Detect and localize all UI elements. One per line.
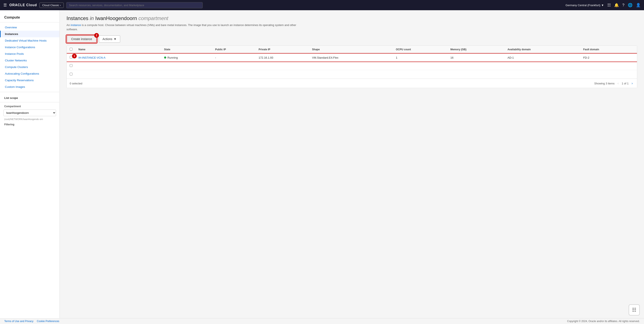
state-running-label: Running	[168, 56, 178, 59]
header-private-ip: Private IP	[256, 46, 309, 54]
sidebar: Compute Overview Instances Dedicated Vir…	[0, 10, 60, 324]
next-page-button[interactable]: ›	[630, 81, 634, 86]
header-public-ip: Public IP	[212, 46, 256, 54]
main-content: Instances in IwanHoogendoorn compartment…	[60, 10, 644, 324]
region-label: Germany Central (Frankfurt)	[566, 4, 600, 7]
sidebar-item-autoscaling-configurations[interactable]: Autoscaling Configurations	[0, 70, 60, 77]
instance-vcn-a-link[interactable]: IH-INSTANCE-VCN-A	[78, 56, 106, 59]
sidebar-item-instance-configurations[interactable]: Instance Configurations	[0, 44, 60, 50]
nav-right: Germany Central (Frankfurt) ▼ ☷ 🔔 ? 🌐 👤	[566, 3, 640, 8]
footer-links: Terms of Use and Privacy Cookie Preferen…	[4, 320, 59, 323]
row-1-checkbox-cell: 1	[67, 54, 76, 62]
header-name: Name	[76, 46, 161, 54]
page-description: An instance is a compute host. Choose be…	[66, 23, 301, 31]
row-3-checkbox[interactable]	[70, 73, 72, 76]
instances-table: Name State Public IP Private IP Shape OC…	[67, 46, 637, 79]
cloud-classic-button[interactable]: Cloud Classic ›	[40, 2, 64, 8]
create-instance-button[interactable]: Create instance	[66, 35, 97, 43]
terms-of-use-link[interactable]: Terms of Use and Privacy	[4, 320, 34, 323]
help-icon[interactable]: ?	[622, 3, 624, 8]
header-ocpu-count: OCPU count	[393, 46, 447, 54]
header-state: State	[161, 46, 212, 54]
instance-link[interactable]: instance	[71, 24, 81, 27]
row-1-private-ip: 172.16.1.93	[256, 54, 309, 62]
globe-icon[interactable]: 🌐	[628, 3, 632, 8]
page-header: Instances in IwanHoogendoorn compartment…	[66, 15, 637, 31]
prev-page-button[interactable]: ‹	[616, 81, 620, 86]
row-1-name: IH-INSTANCE-VCN-A	[76, 54, 161, 62]
page-info: 1 of 1	[622, 82, 629, 85]
create-instance-wrapper: Create instance 2	[66, 35, 97, 43]
select-all-checkbox[interactable]	[70, 48, 72, 50]
row-3-public-ip	[212, 70, 256, 79]
row-3-name	[76, 70, 161, 79]
row-3-fault-domain	[580, 70, 637, 79]
table-row	[67, 62, 637, 70]
row-2-checkbox[interactable]	[70, 64, 72, 67]
row-2-public-ip	[212, 62, 256, 70]
row-2-memory-gb	[447, 62, 504, 70]
compartment-path: (root)/NETWORK/IwanHoogendo orn	[0, 117, 60, 121]
row-3-availability-domain	[504, 70, 580, 79]
user-avatar[interactable]: 👤	[636, 3, 640, 8]
row-2-ocpu-count	[393, 62, 447, 70]
monitor-icon[interactable]: ☷	[607, 3, 611, 8]
bell-icon[interactable]: 🔔	[614, 3, 619, 8]
title-suffix: compartment	[138, 15, 168, 21]
sidebar-title: Compute	[0, 14, 60, 22]
list-scope-title: List scope	[0, 94, 60, 100]
row-2-fault-domain	[580, 62, 637, 70]
row-2-shape	[309, 62, 393, 70]
header-shape: Shape	[309, 46, 393, 54]
search-input[interactable]	[66, 2, 203, 8]
header-availability-domain: Availability domain	[504, 46, 580, 54]
page-title: Instances in IwanHoogendoorn compartment	[66, 15, 637, 21]
row-3-shape	[309, 70, 393, 79]
row-1-state: Running	[161, 54, 212, 62]
table-header-row: Name State Public IP Private IP Shape OC…	[67, 46, 637, 54]
region-dropdown-icon[interactable]: ▼	[601, 4, 604, 7]
actions-button[interactable]: Actions ▼	[99, 36, 120, 43]
sidebar-item-cluster-networks[interactable]: Cluster Networks	[0, 57, 60, 64]
actions-dropdown-icon: ▼	[114, 37, 116, 41]
sidebar-item-custom-images[interactable]: Custom Images	[0, 84, 60, 90]
compartment-label: Compartment	[0, 104, 60, 109]
header-memory-gb: Memory (GB)	[447, 46, 504, 54]
showing-items: Showing 3 items	[594, 82, 614, 85]
state-running-dot	[164, 56, 166, 58]
cookie-preferences-link[interactable]: Cookie Preferences	[37, 320, 59, 323]
actions-label: Actions	[102, 37, 112, 41]
row-1-availability-domain: AD-1	[504, 54, 580, 62]
sidebar-item-overview[interactable]: Overview	[0, 24, 60, 31]
sidebar-item-compute-clusters[interactable]: Compute Clusters	[0, 64, 60, 70]
header-checkbox-col	[67, 46, 76, 54]
sidebar-item-instances[interactable]: Instances	[0, 31, 60, 37]
hamburger-menu-icon[interactable]: ☰	[4, 3, 7, 8]
row-3-ocpu-count	[393, 70, 447, 79]
toolbar: Create instance 2 Actions ▼	[66, 35, 637, 43]
step-1-badge: 1	[72, 54, 77, 58]
row-1-memory-gb: 16	[447, 54, 504, 62]
title-compartment: IwanHoogendoorn	[95, 15, 137, 21]
footer-copyright: Copyright © 2024, Oracle and/or its affi…	[567, 320, 640, 323]
row-1-ocpu-count: 1	[393, 54, 447, 62]
sidebar-item-instance-pools[interactable]: Instance Pools	[0, 50, 60, 57]
state-running-indicator: Running	[164, 56, 209, 59]
main-layout: Compute Overview Instances Dedicated Vir…	[0, 10, 644, 324]
row-3-checkbox-cell	[67, 70, 76, 79]
compartment-select[interactable]: IwanHoogendoorn	[4, 110, 56, 116]
row-1-public-ip: -	[212, 54, 256, 62]
pagination: Showing 3 items ‹ 1 of 1 ›	[594, 81, 634, 86]
page-footer: Terms of Use and Privacy Cookie Preferen…	[0, 318, 644, 324]
table-footer: 0 selected Showing 3 items ‹ 1 of 1 ›	[67, 79, 637, 88]
sidebar-item-capacity-reservations[interactable]: Capacity Reservations	[0, 77, 60, 84]
row-2-name	[76, 62, 161, 70]
help-widget[interactable]: ☷	[629, 304, 640, 316]
region-selector[interactable]: Germany Central (Frankfurt) ▼	[566, 4, 604, 7]
oracle-logo: ORACLE ORACLE CloudCloud	[10, 3, 37, 7]
title-instances: Instances	[66, 15, 88, 21]
sidebar-item-dedicated-vm-hosts[interactable]: Dedicated Virtual Machine Hosts	[0, 37, 60, 44]
title-in: in	[90, 15, 94, 21]
row-3-state	[161, 70, 212, 79]
row-2-private-ip	[256, 62, 309, 70]
